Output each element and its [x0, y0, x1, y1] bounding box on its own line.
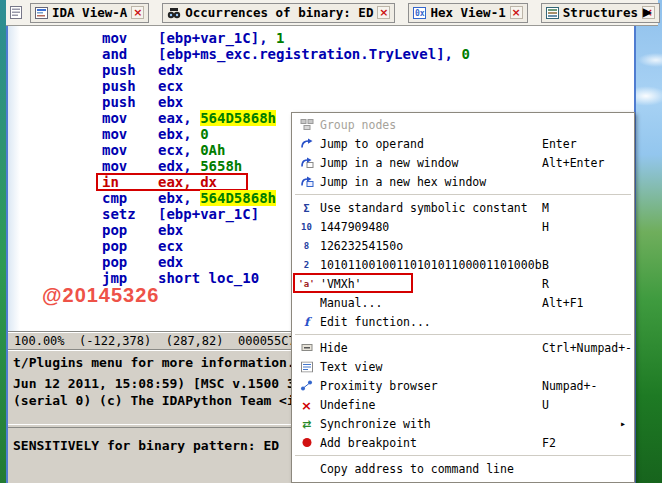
menu-item-1447909480[interactable]: 101447909480H — [292, 217, 634, 236]
tab-scroll-right-button[interactable]: ▶ — [643, 5, 652, 19]
tab-hex-view-1[interactable]: 0xHex View-1× — [408, 3, 527, 23]
tab-close-icon[interactable]: × — [131, 6, 144, 19]
group-nodes-icon — [298, 117, 315, 132]
asm-line[interactable]: and[ebp+ms_exc.registration.TryLevel], 0 — [102, 46, 470, 62]
proximity-browser-icon — [298, 378, 315, 393]
asm-operands: short loc_10 — [158, 270, 259, 286]
asm-line[interactable]: pushecx — [102, 78, 470, 94]
menu-item-1010110010011010101100001101000b[interactable]: 21010110010011010101100001101000bB — [292, 255, 634, 274]
asm-mnemonic: mov — [102, 142, 158, 158]
edit-function-icon: f — [298, 314, 315, 329]
menu-item-label: Undefine — [320, 398, 375, 412]
binary-icon: 2 — [298, 257, 315, 272]
asm-mnemonic: push — [102, 62, 158, 78]
asm-operands: edx — [158, 254, 183, 270]
menu-item-shortcut: M — [542, 201, 549, 215]
asm-mnemonic: pop — [102, 222, 158, 238]
tab-label: Structures — [563, 5, 638, 20]
asm-line[interactable]: pushedx — [102, 62, 470, 78]
menu-item-label: 'VMXh' — [320, 277, 362, 291]
symbolic-constant-icon: Σ — [298, 200, 315, 215]
synchronize-icon: ⇄ — [298, 416, 315, 431]
asm-operands: ebx, 564D5868h — [158, 190, 276, 206]
jump-new-hex-window-icon — [298, 174, 315, 189]
asm-operands: ebx — [158, 94, 183, 110]
menu-item-label: Proximity browser — [320, 379, 438, 393]
asm-mnemonic: pop — [102, 254, 158, 270]
binoculars-icon — [167, 7, 181, 19]
menu-item-shortcut: H — [542, 220, 549, 234]
asm-operands: ebx, 0 — [158, 126, 209, 142]
asm-operands: ecx — [158, 78, 183, 94]
desktop-wallpaper-right — [636, 0, 662, 483]
asm-mnemonic: mov — [102, 30, 158, 46]
asm-line[interactable]: mov[ebp+var_1C], 1 — [102, 30, 470, 46]
menu-item-12623254150o[interactable]: 812623254150o — [292, 236, 634, 255]
asm-mnemonic: mov — [102, 110, 158, 126]
menu-item-jump-to-operand[interactable]: Jump to operandEnter — [292, 134, 634, 153]
tab-bar-tabs: IDA View-A×Occurrences of binary: ED×0xH… — [30, 3, 660, 23]
breakpoint-icon — [298, 435, 315, 450]
menu-item-vmxh[interactable]: 'a''VMXh'R — [292, 274, 634, 293]
menu-item-shortcut: Enter — [542, 137, 577, 151]
output-line: Jun 12 2011, 15:08:59) [MSC v.1500 3 — [13, 376, 295, 391]
asm-operands: eax, 564D5868h — [158, 110, 276, 126]
asm-mnemonic: setz — [102, 206, 158, 222]
output-line: t/Plugins menu for more information. — [13, 355, 295, 370]
menu-item-manual[interactable]: Manual...Alt+F1 — [292, 293, 634, 312]
annotation-box-in-instruction — [96, 173, 248, 191]
asm-operands: [ebp+var_1C] — [158, 206, 259, 222]
menu-item-synchronize-with[interactable]: ⇄Synchronize with▸ — [292, 414, 634, 433]
context-menu: Group nodesJump to operandEnterJump in a… — [291, 112, 635, 483]
watermark-text: @20145326 — [42, 284, 160, 307]
asm-operands: edx — [158, 62, 183, 78]
menu-item-shortcut: U — [542, 398, 549, 412]
hide-icon — [298, 340, 315, 355]
menu-item-label: Group nodes — [320, 118, 396, 132]
hex-view-icon: 0x — [413, 7, 426, 19]
menu-separator — [292, 191, 634, 198]
tab-ida-view-a[interactable]: IDA View-A× — [30, 3, 149, 23]
char-icon: 'a' — [298, 276, 315, 291]
jump-operand-icon — [298, 136, 315, 151]
menu-item-copy-address-to-command-line[interactable]: Copy address to command line — [292, 459, 634, 478]
menu-item-label: Edit function... — [320, 315, 431, 329]
menu-item-hide[interactable]: HideCtrl+Numpad+- — [292, 338, 634, 357]
menu-item-label: 12623254150o — [320, 239, 403, 253]
tab-label: Occurrences of binary: ED — [185, 5, 373, 20]
asm-operands: ecx — [158, 238, 183, 254]
output-line: SENSITIVELY for binary pattern: ED — [13, 438, 279, 453]
menu-item-shortcut: Alt+F1 — [542, 296, 584, 310]
menu-item-jump-in-a-new-window[interactable]: Jump in a new windowAlt+Enter — [292, 153, 634, 172]
menu-separator — [292, 331, 634, 338]
window-page-icon[interactable] — [10, 6, 23, 20]
jump-new-window-icon — [298, 155, 315, 170]
undefine-icon: × — [298, 397, 315, 412]
asm-mnemonic: push — [102, 94, 158, 110]
menu-item-add-breakpoint[interactable]: Add breakpointF2 — [292, 433, 634, 452]
menu-item-proximity-browser[interactable]: Proximity browserNumpad+- — [292, 376, 634, 395]
asm-operands: ecx, 0Ah — [158, 142, 225, 158]
menu-item-shortcut: R — [542, 277, 549, 291]
text-view-icon — [298, 359, 315, 374]
menu-item-label: Synchronize with — [320, 417, 431, 431]
tab-label: Hex View-1 — [430, 5, 505, 20]
menu-item-label: Manual... — [320, 296, 382, 310]
menu-item-edit-function[interactable]: fEdit function... — [292, 312, 634, 331]
menu-item-shortcut: F2 — [542, 436, 556, 450]
menu-item-undefine[interactable]: ×UndefineU — [292, 395, 634, 414]
asm-mnemonic: mov — [102, 126, 158, 142]
menu-item-jump-in-a-new-hex-window[interactable]: Jump in a new hex window — [292, 172, 634, 191]
tab-label: IDA View-A — [52, 5, 127, 20]
asm-line[interactable]: pushebx — [102, 94, 470, 110]
output-line: (serial 0) (c) The IDAPython Team <i — [13, 393, 295, 408]
menu-item-use-standard-symbolic-constant[interactable]: ΣUse standard symbolic constantM — [292, 198, 634, 217]
tab-occurrences-of-binary-ed[interactable]: Occurrences of binary: ED× — [162, 3, 395, 23]
tab-close-icon[interactable]: × — [510, 6, 523, 19]
menu-item-text-view[interactable]: Text view — [292, 357, 634, 376]
menu-item-label: 1447909480 — [320, 220, 389, 234]
asm-mnemonic: mov — [102, 158, 158, 174]
asm-operands: [ebp+var_1C], 1 — [158, 30, 284, 46]
tab-close-icon[interactable]: × — [377, 6, 390, 19]
asm-operands: [ebp+ms_exc.registration.TryLevel], 0 — [158, 46, 470, 62]
